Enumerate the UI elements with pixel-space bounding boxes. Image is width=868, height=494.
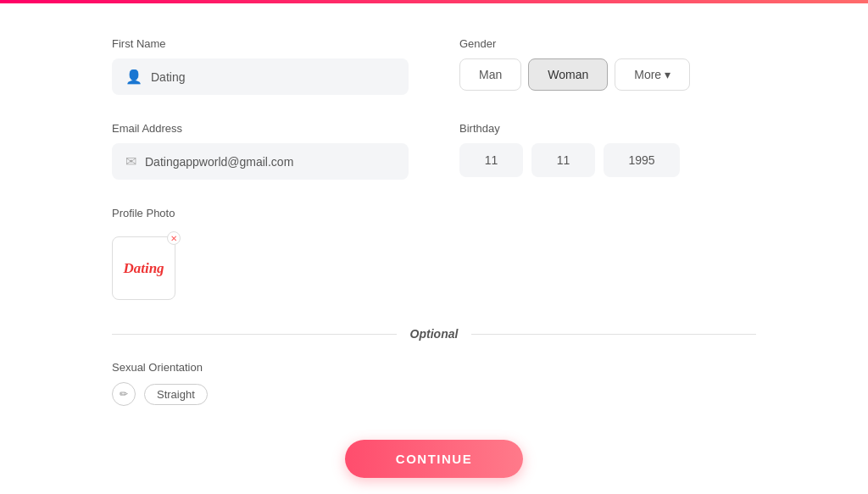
gender-man-button[interactable]: Man bbox=[459, 58, 521, 91]
photo-remove-button[interactable]: ✕ bbox=[167, 231, 181, 245]
orientation-row: ✏ Straight bbox=[112, 382, 756, 406]
birthday-year-input[interactable] bbox=[604, 143, 680, 177]
continue-button[interactable]: CONTINUE bbox=[345, 440, 523, 478]
profile-photo-section: Profile Photo Dating ✕ bbox=[112, 207, 756, 300]
photo-box[interactable]: Dating bbox=[112, 236, 175, 300]
orientation-tag: Straight bbox=[144, 384, 208, 405]
email-icon: ✉ bbox=[125, 153, 136, 169]
profile-photo-label: Profile Photo bbox=[112, 207, 756, 219]
sexual-orientation-section: Sexual Orientation ✏ Straight bbox=[112, 361, 756, 406]
gender-group: Gender Man Woman More ▾ bbox=[459, 37, 756, 95]
orientation-edit-button[interactable]: ✏ bbox=[112, 382, 136, 406]
gender-options: Man Woman More ▾ bbox=[459, 58, 756, 91]
email-group: Email Address ✉ bbox=[112, 122, 409, 180]
email-label: Email Address bbox=[112, 122, 409, 135]
birthday-inputs bbox=[459, 143, 756, 177]
first-name-group: First Name 👤 bbox=[112, 37, 409, 95]
optional-divider: Optional bbox=[112, 327, 756, 341]
photo-placeholder-text: Dating bbox=[123, 260, 164, 277]
photo-thumbnail: Dating ✕ bbox=[112, 236, 175, 300]
gender-more-button[interactable]: More ▾ bbox=[615, 58, 690, 91]
email-input-wrapper: ✉ bbox=[112, 143, 409, 180]
row-email-birthday: Email Address ✉ Birthday bbox=[112, 122, 756, 180]
optional-label: Optional bbox=[410, 327, 459, 341]
person-icon: 👤 bbox=[125, 69, 142, 85]
first-name-input-wrapper: 👤 bbox=[112, 58, 409, 95]
birthday-month-input[interactable] bbox=[459, 143, 523, 177]
gender-woman-button[interactable]: Woman bbox=[528, 58, 608, 91]
page-container: First Name 👤 Gender Man Woman More ▾ Ema… bbox=[95, 3, 773, 494]
continue-button-wrapper: CONTINUE bbox=[112, 440, 756, 478]
row-name-gender: First Name 👤 Gender Man Woman More ▾ bbox=[112, 37, 756, 95]
email-input[interactable] bbox=[145, 155, 395, 169]
chevron-down-icon: ▾ bbox=[665, 68, 670, 81]
birthday-label: Birthday bbox=[459, 122, 756, 135]
divider-line-left bbox=[112, 334, 397, 335]
birthday-day-input[interactable] bbox=[531, 143, 595, 177]
sexual-orientation-label: Sexual Orientation bbox=[112, 361, 756, 374]
gender-label: Gender bbox=[459, 37, 756, 50]
first-name-input[interactable] bbox=[151, 70, 395, 84]
first-name-label: First Name bbox=[112, 37, 409, 50]
birthday-group: Birthday bbox=[459, 122, 756, 180]
divider-line-right bbox=[471, 334, 756, 335]
